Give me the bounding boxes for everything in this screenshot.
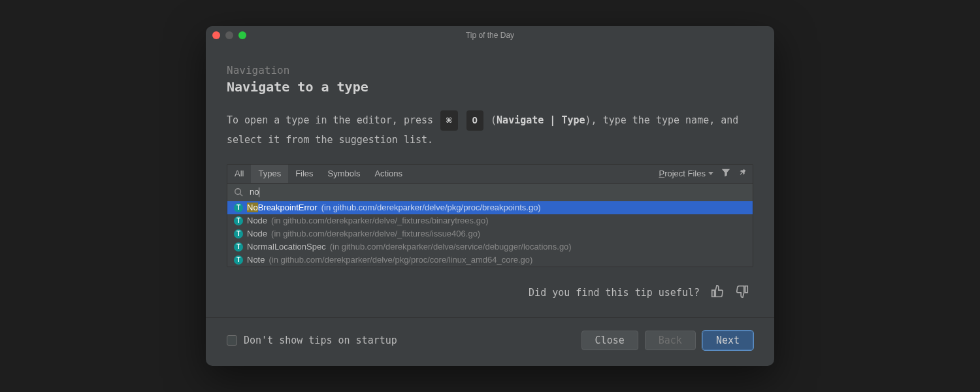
type-icon: T	[234, 242, 243, 252]
caret	[259, 188, 259, 197]
footer: Don't show tips on startup Close Back Ne…	[206, 317, 774, 366]
close-button[interactable]: Close	[581, 331, 638, 350]
back-button[interactable]: Back	[645, 331, 696, 350]
tip-body-pre: To open a type in the editor, press	[227, 114, 439, 126]
svg-line-1	[240, 194, 243, 197]
chevron-down-icon	[708, 172, 713, 175]
result-name: Note	[247, 255, 265, 265]
search-icon	[234, 188, 243, 197]
search-input: no	[250, 187, 259, 197]
thumbs-up-icon[interactable]	[710, 284, 725, 301]
results-list: T NoBreakpointError (in github.com/derek…	[227, 201, 753, 267]
type-icon: T	[234, 216, 243, 225]
dont-show-label[interactable]: Don't show tips on startup	[244, 335, 397, 346]
result-row[interactable]: T Node (in github.com/derekparker/delve/…	[227, 214, 753, 227]
result-path: (in github.com/derekparker/delve/_fixtur…	[271, 229, 480, 238]
tabs-row: All Types Files Symbols Actions Project …	[227, 165, 753, 183]
minimize-window-icon	[225, 31, 233, 39]
result-path: (in github.com/derekparker/delve/service…	[330, 242, 572, 252]
tab-types[interactable]: Types	[251, 165, 288, 183]
titlebar: Tip of the Day	[206, 26, 774, 44]
type-icon: T	[234, 203, 243, 212]
result-path: (in github.com/derekparker/delve/_fixtur…	[271, 216, 488, 225]
tab-files[interactable]: Files	[288, 165, 320, 183]
key-o: O	[466, 110, 483, 131]
feedback-prompt: Did you find this tip useful?	[529, 287, 700, 299]
tip-heading: Navigate to a type	[227, 79, 753, 95]
tip-body: To open a type in the editor, press ⌘ O …	[227, 110, 753, 149]
result-name: Node	[247, 216, 267, 225]
tip-body-mid: (	[491, 114, 497, 126]
search-input-row[interactable]: no	[227, 183, 753, 201]
maximize-window-icon[interactable]	[238, 31, 246, 39]
pin-icon[interactable]	[738, 168, 747, 180]
result-path: (in github.com/derekparker/delve/pkg/pro…	[269, 255, 532, 265]
search-everywhere-panel: All Types Files Symbols Actions Project …	[227, 164, 753, 267]
traffic-lights	[212, 31, 246, 39]
result-path: (in github.com/derekparker/delve/pkg/pro…	[321, 203, 541, 212]
window-title: Tip of the Day	[466, 31, 514, 40]
close-window-icon[interactable]	[212, 31, 220, 39]
thumbs-down-icon[interactable]	[735, 284, 749, 301]
result-row[interactable]: T NormalLocationSpec (in github.com/dere…	[227, 240, 753, 253]
tab-actions[interactable]: Actions	[367, 165, 410, 183]
result-row[interactable]: T NoBreakpointError (in github.com/derek…	[227, 201, 753, 214]
tab-symbols[interactable]: Symbols	[321, 165, 368, 183]
tip-category: Navigation	[227, 64, 753, 76]
result-name: NormalLocationSpec	[247, 242, 326, 252]
feedback-row: Did you find this tip useful?	[227, 284, 753, 301]
tip-of-the-day-window: Tip of the Day Navigation Navigate to a …	[206, 26, 774, 365]
type-icon: T	[234, 255, 243, 265]
dont-show-checkbox[interactable]	[227, 335, 237, 346]
result-row[interactable]: T Node (in github.com/derekparker/delve/…	[227, 227, 753, 240]
result-name: NoBreakpointError	[247, 203, 318, 212]
menu-path: Navigate | Type	[497, 114, 585, 126]
result-name: Node	[247, 229, 267, 238]
next-button[interactable]: Next	[702, 331, 753, 350]
result-row[interactable]: T Note (in github.com/derekparker/delve/…	[227, 253, 753, 267]
scope-selector[interactable]: Project Files	[659, 169, 713, 178]
svg-point-0	[235, 189, 241, 195]
key-cmd: ⌘	[440, 110, 457, 131]
filter-icon[interactable]	[721, 168, 730, 180]
content: Navigation Navigate to a type To open a …	[206, 44, 774, 316]
type-icon: T	[234, 229, 243, 238]
tab-all[interactable]: All	[227, 165, 251, 183]
